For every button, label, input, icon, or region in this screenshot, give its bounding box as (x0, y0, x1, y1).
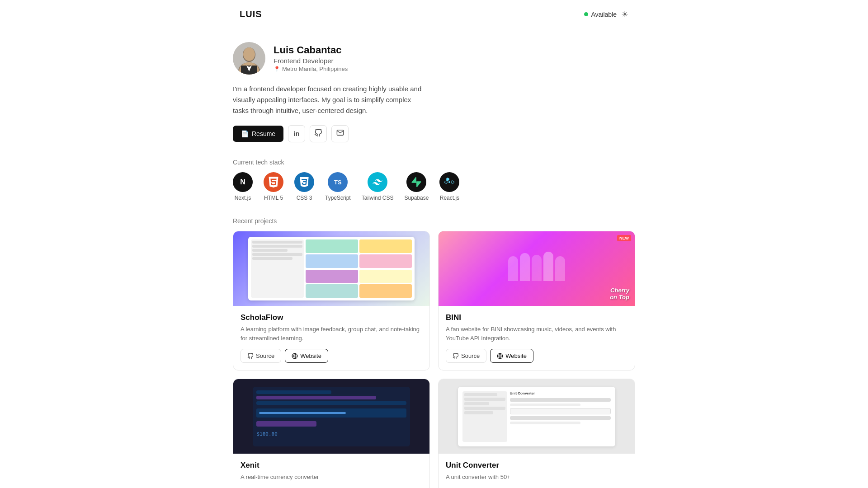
avatar (233, 42, 265, 75)
project-card-bini: Cherryon Top NEW BINI A fan website for … (438, 231, 635, 371)
bio-text: I'm a frontend developer focused on crea… (233, 84, 423, 116)
project-actions-bini: Source Website (446, 349, 627, 363)
github-small-icon (247, 353, 254, 359)
bini-source-button[interactable]: Source (446, 349, 486, 363)
tech-item-reactjs: React.js (439, 172, 459, 201)
tech-item-nextjs: N Next.js (233, 172, 253, 201)
html5-label: HTML 5 (264, 195, 283, 201)
github-small-icon2 (453, 353, 459, 359)
profile-section: Luis Cabantac Frontend Developer 📍 Metro… (233, 42, 635, 75)
document-icon: 📄 (241, 130, 249, 137)
project-thumb-bini: Cherryon Top NEW (439, 231, 635, 306)
nextjs-icon: N (233, 172, 253, 192)
bini-website-label: Website (505, 352, 527, 359)
theme-toggle-button[interactable]: ☀ (621, 9, 628, 19)
unitconv-inner: Unit Converter (458, 387, 615, 446)
project-card-xenit: $100.00 Xenit A real-time currency conve… (233, 379, 430, 488)
thumb-inner (248, 237, 415, 300)
tailwind-icon (368, 172, 387, 192)
email-button[interactable] (331, 125, 349, 142)
page-wrapper: LUIS Available ☀ (0, 0, 868, 488)
bini-source-label: Source (461, 352, 480, 359)
scholaflow-source-button[interactable]: Source (241, 349, 281, 363)
html5-icon (264, 172, 283, 192)
profile-name: Luis Cabantac (274, 44, 348, 56)
top-nav: LUIS Available ☀ (0, 0, 868, 28)
project-desc-scholaflow: A learning platform with image feedback,… (241, 325, 422, 343)
project-card-unitconv: Unit Converter Unit Converter A unit con… (438, 379, 635, 488)
globe-icon2 (497, 353, 503, 359)
projects-grid: ScholaFlow A learning platform with imag… (233, 231, 635, 488)
tech-stack-label: Current tech stack (233, 159, 635, 166)
location-pin-icon: 📍 (274, 66, 280, 72)
email-icon (336, 129, 344, 139)
tech-item-html5: HTML 5 (264, 172, 283, 201)
project-body-scholaflow: ScholaFlow A learning platform with imag… (233, 306, 429, 370)
nextjs-label: Next.js (235, 195, 251, 201)
unitconv-sidebar (462, 391, 507, 442)
available-dot (584, 12, 588, 16)
profile-info: Luis Cabantac Frontend Developer 📍 Metro… (274, 44, 348, 72)
availability-label: Available (591, 11, 617, 18)
main-content: Luis Cabantac Frontend Developer 📍 Metro… (224, 28, 644, 488)
tech-item-tailwind: Tailwind CSS (362, 172, 394, 201)
tailwind-label: Tailwind CSS (362, 195, 394, 201)
thumb-left (251, 239, 304, 297)
svg-point-3 (243, 47, 255, 61)
tech-item-css3: CSS 3 (294, 172, 314, 201)
sun-icon: ☀ (621, 9, 628, 19)
resume-button[interactable]: 📄 Resume (233, 126, 283, 142)
projects-label: Recent projects (233, 217, 635, 225)
project-thumb-unitconv: Unit Converter (439, 379, 635, 454)
location-text: Metro Manila, Philippines (282, 66, 348, 72)
logo: LUIS (240, 9, 262, 19)
project-body-xenit: Xenit A real-time currency converter (233, 454, 429, 488)
linkedin-icon: in (294, 130, 299, 137)
nav-right: Available ☀ (584, 9, 628, 19)
project-desc-bini: A fan website for BINI showcasing music,… (446, 325, 627, 343)
github-icon (314, 129, 322, 139)
xenit-inner: $100.00 (253, 387, 410, 446)
projects-section: Recent projects (233, 217, 635, 488)
tech-item-supabase: Supabase (404, 172, 429, 201)
reactjs-icon (439, 172, 459, 192)
resume-label: Resume (252, 130, 275, 137)
bini-badge: NEW (617, 235, 631, 241)
tech-stack-section: Current tech stack N Next.js HTML 5 (233, 159, 635, 201)
supabase-label: Supabase (404, 195, 429, 201)
bini-website-button[interactable]: Website (490, 349, 533, 363)
typescript-icon: TS (328, 172, 348, 192)
project-body-unitconv: Unit Converter A unit converter with 50+ (439, 454, 635, 488)
project-body-bini: BINI A fan website for BINI showcasing m… (439, 306, 635, 370)
action-row: 📄 Resume in (233, 125, 635, 142)
profile-role: Frontend Developer (274, 57, 348, 65)
reactjs-label: React.js (440, 195, 459, 201)
globe-icon (292, 353, 298, 359)
project-desc-xenit: A real-time currency converter (241, 473, 422, 482)
project-desc-unitconv: A unit converter with 50+ (446, 473, 627, 482)
project-title-bini: BINI (446, 313, 627, 322)
scholaflow-website-label: Website (300, 352, 321, 359)
unitconv-content: Unit Converter (510, 391, 611, 442)
css3-label: CSS 3 (297, 195, 312, 201)
project-card-scholaflow: ScholaFlow A learning platform with imag… (233, 231, 430, 371)
profile-location: 📍 Metro Manila, Philippines (274, 66, 348, 72)
thumb-right (306, 239, 412, 297)
project-title-unitconv: Unit Converter (446, 461, 627, 470)
css3-icon (294, 172, 314, 192)
project-thumb-xenit: $100.00 (233, 379, 429, 454)
github-button[interactable] (310, 125, 327, 142)
tech-stack-row: N Next.js HTML 5 CSS 3 TS (233, 172, 635, 201)
scholaflow-source-label: Source (256, 352, 274, 359)
availability-status: Available (584, 11, 617, 18)
project-title-scholaflow: ScholaFlow (241, 313, 422, 322)
typescript-label: TypeScript (325, 195, 351, 201)
project-thumb-scholaflow (233, 231, 429, 306)
scholaflow-website-button[interactable]: Website (285, 349, 328, 363)
supabase-icon (406, 172, 426, 192)
linkedin-button[interactable]: in (288, 125, 305, 142)
project-title-xenit: Xenit (241, 461, 422, 470)
project-actions-scholaflow: Source Website (241, 349, 422, 363)
tech-item-typescript: TS TypeScript (325, 172, 351, 201)
